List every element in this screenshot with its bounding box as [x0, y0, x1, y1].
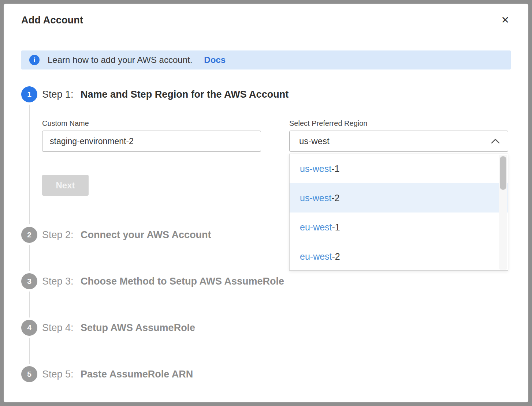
step-connector: [21, 336, 511, 366]
step-1-name: Name and Step Region for the AWS Account: [81, 89, 289, 100]
region-option-us-west-2[interactable]: us-west-2: [290, 183, 508, 213]
option-rest-text: -1: [332, 222, 340, 233]
region-select[interactable]: us-west: [289, 131, 508, 152]
chevron-up-icon: [491, 139, 500, 144]
option-match-text: eu-west: [300, 222, 332, 233]
step-5-header: 5 Step 5: Paste AssumeRole ARN: [21, 366, 511, 382]
modal-body: i Learn how to add your AWS account. Doc…: [4, 37, 528, 382]
step-section-5: 5 Step 5: Paste AssumeRole ARN: [21, 366, 511, 382]
region-select-value: us-west: [299, 136, 330, 146]
step-2-name: Connect your AWS Account: [81, 229, 211, 240]
info-icon: i: [29, 55, 40, 65]
step-1-content: Custom Name Next Select Preferred Region…: [21, 102, 511, 227]
step-1-indicator: 1: [21, 86, 37, 102]
region-option-eu-west-1[interactable]: eu-west-1: [290, 213, 508, 242]
step-1-form: Custom Name Next Select Preferred Region…: [42, 119, 511, 196]
next-button[interactable]: Next: [42, 175, 89, 196]
step-1-prefix: Step 1:: [42, 89, 74, 100]
region-field: Select Preferred Region us-west us-west-…: [289, 119, 508, 196]
custom-name-input[interactable]: [42, 131, 261, 152]
step-3-title: Step 3: Choose Method to Setup AWS Assum…: [42, 276, 284, 287]
option-rest-text: -2: [331, 193, 339, 203]
option-match-text: us-west: [300, 193, 331, 203]
dropdown-scrollbar[interactable]: [499, 155, 507, 270]
step-4-indicator: 4: [21, 320, 37, 336]
step-3-header: 3 Step 3: Choose Method to Setup AWS Ass…: [21, 273, 511, 289]
option-match-text: us-west: [300, 163, 331, 174]
step-section-3: 3 Step 3: Choose Method to Setup AWS Ass…: [21, 273, 511, 289]
region-dropdown: us-west-1 us-west-2 eu-west-1 eu-west-2: [289, 154, 508, 271]
step-3-name: Choose Method to Setup AWS AssumeRole: [81, 276, 284, 287]
step-section-1: 1 Step 1: Name and Step Region for the A…: [21, 86, 511, 227]
step-4-title: Step 4: Setup AWS AssumeRole: [42, 322, 195, 334]
custom-name-label: Custom Name: [42, 119, 261, 128]
custom-name-field: Custom Name: [42, 119, 261, 152]
step-2-indicator: 2: [21, 227, 37, 243]
close-icon[interactable]: ✕: [499, 14, 511, 27]
scrollbar-thumb[interactable]: [500, 156, 506, 190]
step-section-4: 4 Step 4: Setup AWS AssumeRole: [21, 320, 511, 336]
step-5-prefix: Step 5:: [42, 369, 74, 380]
region-option-us-west-1[interactable]: us-west-1: [290, 154, 508, 183]
banner-text: Learn how to add your AWS account.: [48, 55, 192, 65]
region-label: Select Preferred Region: [289, 119, 508, 128]
step-2-title: Step 2: Connect your AWS Account: [42, 229, 211, 241]
docs-link[interactable]: Docs: [204, 55, 226, 65]
step-5-title: Step 5: Paste AssumeRole ARN: [42, 369, 193, 380]
step-1-title: Step 1: Name and Step Region for the AWS…: [42, 89, 289, 100]
step-5-indicator: 5: [21, 366, 37, 382]
step-4-prefix: Step 4:: [42, 322, 74, 333]
step-4-header: 4 Step 4: Setup AWS AssumeRole: [21, 320, 511, 336]
custom-name-column: Custom Name Next: [42, 119, 261, 196]
step-3-prefix: Step 3:: [42, 276, 74, 287]
step-1-header: 1 Step 1: Name and Step Region for the A…: [21, 86, 511, 102]
step-4-name: Setup AWS AssumeRole: [81, 322, 195, 333]
step-3-indicator: 3: [21, 273, 37, 289]
option-match-text: eu-west: [300, 251, 332, 262]
add-account-modal: Add Account ✕ i Learn how to add your AW…: [4, 4, 528, 402]
option-rest-text: -1: [331, 163, 339, 174]
modal-header: Add Account ✕: [4, 4, 528, 37]
step-connector: [21, 289, 511, 320]
step-5-name: Paste AssumeRole ARN: [81, 369, 193, 380]
option-rest-text: -2: [332, 251, 340, 262]
region-option-eu-west-2[interactable]: eu-west-2: [290, 242, 508, 271]
modal-title: Add Account: [21, 15, 83, 26]
step-2-prefix: Step 2:: [42, 229, 74, 240]
info-banner: i Learn how to add your AWS account. Doc…: [21, 50, 511, 69]
